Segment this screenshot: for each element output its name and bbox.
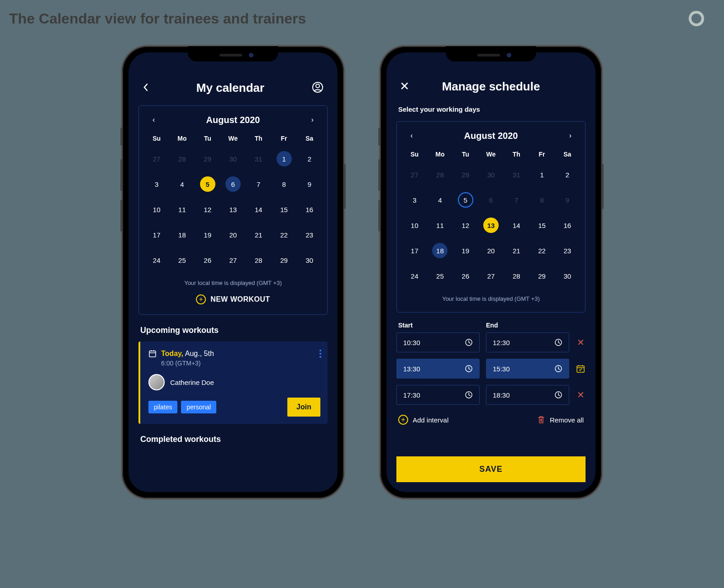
save-button[interactable]: SAVE [396,456,586,482]
calendar-day[interactable]: 7 [247,173,270,195]
calendar-day[interactable]: 2 [298,147,321,170]
calendar-day[interactable]: 10 [145,198,168,221]
start-time-input[interactable]: 17:30 [396,385,480,405]
prev-month-button[interactable]: ‹ [407,130,416,142]
phone-trainee: My calendar ‹ August 2020 › SuMoTuWeThFr… [122,46,344,498]
calendar-day[interactable]: 28 [171,147,193,170]
next-month-button[interactable]: › [566,130,575,142]
add-interval-button[interactable]: + Add interval [398,415,448,425]
clock-icon [554,391,562,399]
calendar-day[interactable]: 21 [247,223,270,246]
calendar-day[interactable]: 13 [480,214,502,237]
calendar-day[interactable]: 15 [530,214,553,237]
join-button[interactable]: Join [287,398,320,417]
calendar-day[interactable]: 1 [272,147,295,170]
calendar-day[interactable]: 9 [556,189,579,211]
calendar-day[interactable]: 18 [171,223,193,246]
calendar-day[interactable]: 12 [454,214,477,237]
calendar-day[interactable]: 8 [272,173,295,195]
calendar-day[interactable]: 30 [480,163,502,186]
calendar-day[interactable]: 18 [429,239,451,262]
calendar-day[interactable]: 20 [222,223,244,246]
calendar-day[interactable]: 14 [505,214,528,237]
new-workout-button[interactable]: + NEW WORKOUT [145,294,321,304]
calendar-day[interactable]: 27 [480,265,502,287]
next-month-button[interactable]: › [308,114,317,126]
calendar-day[interactable]: 27 [403,163,426,186]
calendar-day[interactable]: 9 [298,173,321,195]
calendar-day[interactable]: 31 [505,163,528,186]
calendar-day[interactable]: 19 [454,239,477,262]
remove-interval-button[interactable]: ✕ [576,389,586,400]
calendar-day[interactable]: 30 [298,249,321,271]
end-time-input[interactable]: 15:30 [486,359,569,379]
calendar-day[interactable]: 5 [454,189,477,211]
calendar-day[interactable]: 4 [429,189,451,211]
calendar-day[interactable]: 7 [505,189,528,211]
profile-button[interactable] [310,80,325,96]
calendar-day[interactable]: 14 [247,198,270,221]
prev-month-button[interactable]: ‹ [149,114,158,126]
calendar-day[interactable]: 21 [505,239,528,262]
calendar-day[interactable]: 30 [556,265,579,287]
calendar-day[interactable]: 5 [196,173,219,195]
calendar-day[interactable]: 25 [429,265,451,287]
calendar-day[interactable]: 1 [530,163,553,186]
calendar-day[interactable]: 23 [556,239,579,262]
close-button[interactable] [399,80,410,93]
card-more-button[interactable] [319,350,321,358]
calendar-day[interactable]: 28 [505,265,528,287]
calendar-day[interactable]: 28 [429,163,451,186]
calendar-day[interactable]: 29 [196,147,219,170]
start-time-input[interactable]: 10:30 [396,332,480,352]
calendar-day[interactable]: 31 [247,147,270,170]
calendar-day[interactable]: 10 [403,214,426,237]
calendar-day[interactable]: 28 [247,249,270,271]
back-button[interactable] [141,81,151,95]
calendar-day[interactable]: 15 [272,198,295,221]
interval-row: 10:3012:30✕ [396,332,586,352]
remove-all-button[interactable]: Remove all [537,415,584,425]
calendar-day[interactable]: 19 [196,223,219,246]
calendar-day[interactable]: 29 [272,249,295,271]
calendar-day[interactable]: 13 [222,198,244,221]
calendar-day[interactable]: 11 [429,214,451,237]
calendar-day[interactable]: 17 [403,239,426,262]
calendar-day[interactable]: 16 [556,214,579,237]
interval-calendar-button[interactable] [576,364,586,373]
calendar-day[interactable]: 16 [298,198,321,221]
calendar-day[interactable]: 4 [171,173,193,195]
plus-circle-icon: + [196,294,206,304]
calendar-day[interactable]: 3 [403,189,426,211]
calendar-day[interactable]: 30 [222,147,244,170]
profile-icon [312,81,324,93]
start-time-input[interactable]: 13:30 [396,359,480,379]
calendar-day[interactable]: 12 [196,198,219,221]
end-time-input[interactable]: 18:30 [486,385,569,405]
calendar-day[interactable]: 27 [145,147,168,170]
calendar-day[interactable]: 29 [530,265,553,287]
calendar-dow: Fr [530,148,553,161]
calendar-day[interactable]: 17 [145,223,168,246]
calendar-day[interactable]: 20 [480,239,502,262]
end-time-input[interactable]: 12:30 [486,332,569,352]
calendar-panel: ‹ August 2020 › SuMoTuWeThFrSa 272829303… [396,121,586,313]
calendar-day[interactable]: 23 [298,223,321,246]
calendar-day[interactable]: 2 [556,163,579,186]
calendar-day[interactable]: 8 [530,189,553,211]
calendar-day[interactable]: 6 [222,173,244,195]
calendar-day[interactable]: 11 [171,198,193,221]
calendar-day[interactable]: 24 [145,249,168,271]
calendar-day[interactable]: 29 [454,163,477,186]
calendar-day[interactable]: 25 [171,249,193,271]
calendar-day[interactable]: 24 [403,265,426,287]
remove-interval-button[interactable]: ✕ [576,337,586,348]
calendar-day[interactable]: 22 [272,223,295,246]
calendar-day[interactable]: 6 [480,189,502,211]
calendar-day[interactable]: 22 [530,239,553,262]
calendar-day[interactable]: 26 [196,249,219,271]
calendar-day[interactable]: 3 [145,173,168,195]
close-icon: ✕ [577,337,585,348]
calendar-day[interactable]: 26 [454,265,477,287]
calendar-day[interactable]: 27 [222,249,244,271]
